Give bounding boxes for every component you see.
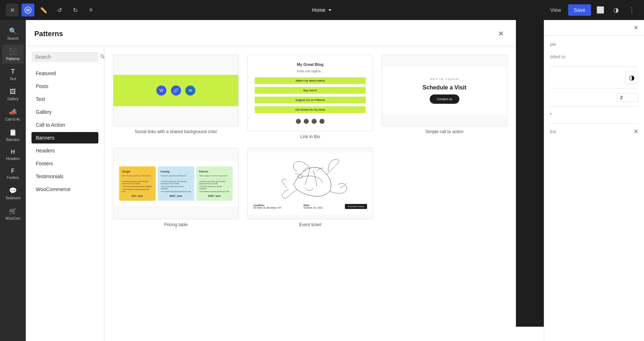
sidebar-item-testimonials[interactable]: 💬 Testimoni bbox=[2, 184, 24, 203]
sidebar-item-call-to-action[interactable]: 📣 Call to Ac bbox=[2, 105, 24, 124]
sidebar-testimonials-label: Testimoni bbox=[5, 196, 20, 200]
event-location-label: Location: bbox=[253, 204, 281, 206]
undo-button[interactable]: ↺ bbox=[53, 4, 66, 16]
modal-close-button[interactable]: ✕ bbox=[494, 27, 507, 40]
more-options-button[interactable]: ⋮ bbox=[625, 4, 638, 16]
nav-item-posts[interactable]: Posts bbox=[31, 81, 98, 92]
pattern-link-in-bio[interactable]: My Great Blog Write site tagline... Watc… bbox=[247, 55, 373, 139]
contrast-button[interactable]: ◑ bbox=[610, 4, 623, 16]
columns-input[interactable] bbox=[617, 93, 638, 102]
sidebar-text-label: Text bbox=[10, 77, 16, 81]
event-location-value: 82 Main St, Brooklyn, NY bbox=[253, 206, 281, 209]
sidebar-item-gallery[interactable]: 🖼 Gallery bbox=[2, 85, 24, 104]
top-toolbar: ✕ W ✏️ ↺ ↻ ≡ Home View Save ⬜ ◑ ⋮ bbox=[0, 0, 644, 20]
toolbar-center: Home bbox=[312, 7, 331, 13]
right-panel-divider-4 bbox=[550, 123, 638, 124]
layout-button[interactable]: ⬜ bbox=[594, 4, 607, 16]
event-content: Location: 82 Main St, Brooklyn, NY Date:… bbox=[248, 152, 372, 215]
pattern-event-label: Event ticket bbox=[247, 222, 373, 227]
patterns-nav-sidebar: 🔍 Featured Posts Text Gallery Call to Ac… bbox=[26, 46, 104, 341]
right-panel-divider-1 bbox=[550, 67, 638, 67]
right-panel-text-1: ple bbox=[550, 42, 556, 47]
contrast-toggle-button[interactable]: ◑ bbox=[625, 71, 638, 84]
pricing-family-sub: Support special exhibitions. bbox=[161, 175, 191, 177]
pricing-single-sub: Enrich our growing community. bbox=[122, 175, 153, 177]
pattern-social-links[interactable]: W 🔗 ✉ Social links with a shared backgro… bbox=[113, 55, 239, 139]
bio-btn-4: Get tickets for my show bbox=[255, 106, 365, 113]
patterns-icon: ⬛ bbox=[9, 48, 17, 55]
event-date-value: October 24, 2021 bbox=[303, 206, 323, 209]
pricing-family-item-3: • Six single-use guest passes per year bbox=[161, 190, 191, 193]
page-title: Home bbox=[312, 7, 325, 13]
pattern-simple-cta[interactable]: GET IN TOUCH Schedule a Visit Contact us… bbox=[382, 55, 507, 139]
sidebar-item-footers[interactable]: F Footers bbox=[2, 165, 24, 182]
pricing-divider-2 bbox=[161, 179, 191, 179]
edit-button[interactable]: ✏️ bbox=[37, 4, 50, 16]
search-icon: 🔍 bbox=[100, 54, 104, 60]
pricing-family-price: $200 / year bbox=[161, 195, 191, 197]
right-panel-close-button[interactable]: ✕ bbox=[634, 24, 638, 31]
sidebar-item-patterns[interactable]: ⬛ Patterns bbox=[2, 45, 24, 64]
social-icons-row: W 🔗 ✉ bbox=[155, 86, 197, 96]
sidebar-item-search[interactable]: 🔍 Search bbox=[2, 24, 24, 43]
pricing-family-item-1: • General admission and member discounts… bbox=[161, 180, 191, 185]
view-button[interactable]: View bbox=[546, 5, 565, 15]
sidebar-item-headers[interactable]: H Headers bbox=[2, 146, 24, 164]
cta-contact-button: Contact us bbox=[430, 94, 459, 104]
modal-title: Patterns bbox=[34, 30, 63, 38]
pattern-event-ticket[interactable]: Location: 82 Main St, Brooklyn, NY Date:… bbox=[247, 148, 373, 227]
banners-icon: 📋 bbox=[9, 128, 17, 136]
pricing-patron-price: $400 / year bbox=[199, 195, 230, 197]
left-sidebar: 🔍 Search ⬛ Patterns T Text 🖼 Gallery 📣 C… bbox=[0, 20, 26, 341]
cta-content: GET IN TOUCH Schedule a Visit Contact us bbox=[382, 67, 507, 115]
event-location: Location: 82 Main St, Brooklyn, NY bbox=[253, 204, 281, 209]
sidebar-item-woocommerce[interactable]: 🛒 WooCom bbox=[2, 204, 24, 223]
right-panel-section-3: › bbox=[550, 111, 638, 116]
pricing-patron-item-2: • Five free tickets per special exhibiti… bbox=[199, 185, 230, 190]
bio-pen-icon bbox=[304, 119, 309, 124]
sidebar-cta-label: Call to Ac bbox=[5, 117, 20, 121]
toolbar-right: View Save ⬜ ◑ ⋮ bbox=[546, 4, 638, 16]
nav-item-headers[interactable]: Headers bbox=[31, 145, 98, 156]
sidebar-banners-label: Banners bbox=[6, 138, 19, 142]
wordpress-icon: W bbox=[156, 86, 166, 96]
right-panel-divider-2 bbox=[550, 88, 638, 89]
list-view-button[interactable]: ≡ bbox=[84, 4, 97, 16]
nav-item-woocommerce[interactable]: WooCommerce bbox=[31, 184, 98, 195]
mail-icon: ✉ bbox=[185, 86, 195, 96]
pricing-single-item-2: • One free ticket per special exhibition bbox=[122, 185, 153, 187]
nav-item-featured[interactable]: Featured bbox=[31, 68, 98, 79]
patterns-modal: Patterns ✕ 🔍 Featured Posts Text Gallery… bbox=[26, 20, 516, 341]
wp-logo: W bbox=[21, 4, 34, 16]
nav-item-call-to-action[interactable]: Call to Action bbox=[31, 119, 98, 131]
gallery-icon: 🖼 bbox=[10, 88, 16, 96]
bio-chat-icon bbox=[319, 119, 325, 124]
nav-item-banners[interactable]: Banners bbox=[31, 132, 98, 143]
bio-tagline: Write site tagline... bbox=[297, 69, 323, 73]
bio-btn-1: Watch my latest videos bbox=[255, 77, 365, 84]
pricing-divider-3 bbox=[199, 179, 230, 179]
pattern-social-links-preview: W 🔗 ✉ bbox=[113, 55, 239, 126]
pattern-link-in-bio-label: Link in Bio bbox=[247, 134, 373, 139]
redo-button[interactable]: ↻ bbox=[69, 4, 82, 16]
save-button[interactable]: Save bbox=[568, 4, 591, 16]
patterns-grid: W 🔗 ✉ Social links with a shared backgro… bbox=[113, 55, 507, 227]
right-panel-expand-button[interactable]: › bbox=[550, 111, 553, 116]
nav-item-text[interactable]: Text bbox=[31, 93, 98, 105]
pricing-single-item-3: • Two single-use guest passes per year bbox=[122, 188, 153, 193]
sidebar-search-label: Search bbox=[7, 36, 19, 40]
cta-icon: 📣 bbox=[9, 108, 17, 116]
close-button[interactable]: ✕ bbox=[6, 4, 19, 16]
nav-item-testimonials[interactable]: Testimonials bbox=[31, 171, 98, 182]
pattern-pricing-table[interactable]: Single Enrich our growing community. • G… bbox=[113, 148, 239, 227]
search-input[interactable] bbox=[35, 54, 98, 60]
sidebar-item-text[interactable]: T Text bbox=[2, 65, 24, 84]
nav-item-gallery[interactable]: Gallery bbox=[31, 106, 98, 118]
sidebar-item-banners[interactable]: 📋 Banners bbox=[2, 126, 24, 145]
svg-point-2 bbox=[297, 174, 303, 179]
right-panel-divider-3 bbox=[550, 106, 638, 107]
event-sketch bbox=[253, 158, 367, 201]
right-panel-x-button[interactable]: ✕ bbox=[634, 128, 638, 135]
nav-item-footers[interactable]: Footers bbox=[31, 158, 98, 169]
event-purchase-button: Purchase Tickets bbox=[345, 204, 367, 209]
